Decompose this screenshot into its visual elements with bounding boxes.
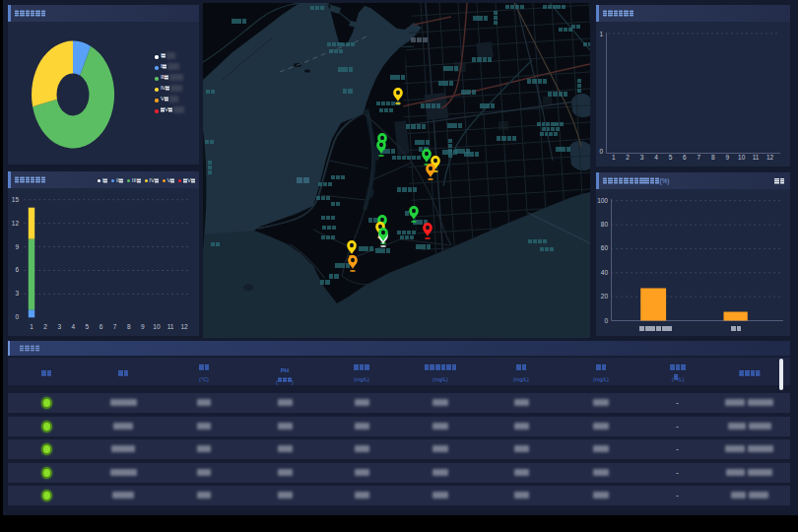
svg-text:1: 1	[612, 154, 616, 161]
svg-text:6: 6	[683, 154, 687, 161]
svg-text:9: 9	[141, 323, 145, 330]
svg-text:0: 0	[15, 313, 19, 320]
svg-text:6: 6	[15, 266, 19, 273]
svg-text:12: 12	[766, 154, 774, 161]
svg-text:20: 20	[601, 293, 609, 299]
svg-text:5: 5	[669, 154, 673, 161]
svg-text:11: 11	[753, 154, 760, 161]
svg-text:3: 3	[57, 323, 61, 330]
svg-text:8: 8	[127, 323, 131, 330]
svg-text:3: 3	[640, 154, 644, 161]
svg-text:100: 100	[597, 197, 608, 204]
svg-text:1: 1	[599, 31, 603, 37]
svg-text:2: 2	[626, 154, 630, 161]
svg-text:1: 1	[30, 323, 33, 330]
svg-text:7: 7	[697, 154, 700, 161]
svg-text:3: 3	[15, 290, 19, 297]
svg-text:11: 11	[167, 323, 174, 330]
svg-text:2: 2	[43, 323, 47, 330]
svg-text:9: 9	[725, 154, 729, 161]
svg-text:0: 0	[604, 317, 608, 324]
svg-text:6: 6	[100, 323, 103, 330]
svg-text:80: 80	[601, 221, 609, 228]
svg-text:4: 4	[654, 154, 658, 161]
svg-text:12: 12	[12, 220, 20, 227]
svg-text:40: 40	[601, 269, 609, 276]
svg-text:60: 60	[601, 244, 609, 251]
svg-text:15: 15	[12, 196, 20, 203]
svg-text:8: 8	[711, 154, 715, 161]
svg-text:12: 12	[180, 323, 188, 330]
svg-text:4: 4	[71, 323, 75, 330]
svg-text:10: 10	[153, 323, 161, 330]
svg-text:10: 10	[738, 154, 746, 161]
svg-text:5: 5	[86, 323, 90, 330]
svg-text:7: 7	[113, 323, 117, 330]
svg-text:9: 9	[15, 243, 19, 250]
svg-text:0: 0	[599, 148, 603, 155]
